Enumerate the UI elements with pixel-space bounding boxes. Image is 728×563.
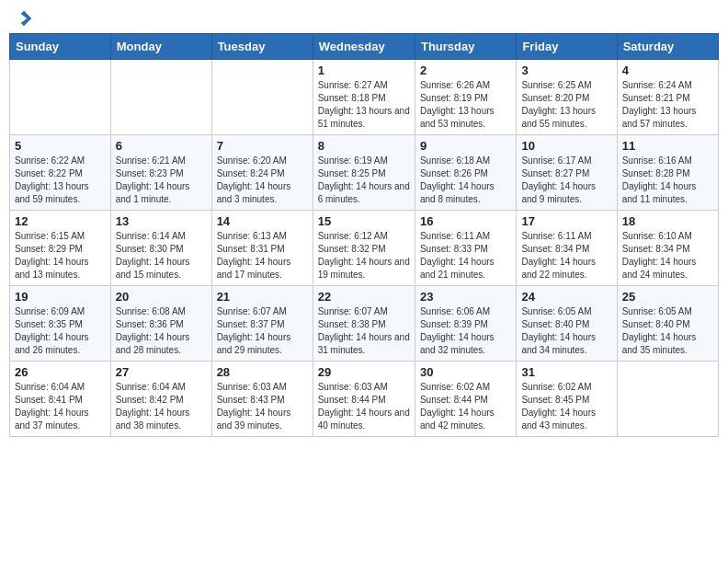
calendar-table: SundayMondayTuesdayWednesdayThursdayFrid… <box>9 33 719 437</box>
calendar-cell: 3Sunrise: 6:25 AMSunset: 8:20 PMDaylight… <box>517 60 617 135</box>
day-info: Sunrise: 6:02 AMSunset: 8:45 PMDaylight:… <box>521 381 611 432</box>
calendar-cell: 29Sunrise: 6:03 AMSunset: 8:44 PMDayligh… <box>313 362 415 437</box>
calendar-day-header: Thursday <box>415 34 516 60</box>
day-info: Sunrise: 6:07 AMSunset: 8:38 PMDaylight:… <box>318 305 410 357</box>
day-number: 21 <box>217 290 308 304</box>
calendar-cell: 24Sunrise: 6:05 AMSunset: 8:40 PMDayligh… <box>517 286 617 362</box>
day-info: Sunrise: 6:15 AMSunset: 8:29 PMDaylight:… <box>15 230 106 282</box>
day-info: Sunrise: 6:05 AMSunset: 8:40 PMDaylight:… <box>622 305 713 357</box>
day-number: 7 <box>217 139 308 153</box>
calendar-day-header: Tuesday <box>211 34 313 60</box>
day-info: Sunrise: 6:07 AMSunset: 8:37 PMDaylight:… <box>217 305 308 357</box>
calendar-cell: 12Sunrise: 6:15 AMSunset: 8:29 PMDayligh… <box>10 211 111 286</box>
day-number: 29 <box>318 365 410 379</box>
calendar-day-header: Wednesday <box>313 34 415 60</box>
day-info: Sunrise: 6:21 AMSunset: 8:23 PMDaylight:… <box>116 155 207 206</box>
calendar-cell: 6Sunrise: 6:21 AMSunset: 8:23 PMDaylight… <box>110 135 211 211</box>
calendar-week-row: 12Sunrise: 6:15 AMSunset: 8:29 PMDayligh… <box>10 211 719 286</box>
day-number: 15 <box>318 214 410 228</box>
day-info: Sunrise: 6:04 AMSunset: 8:42 PMDaylight:… <box>116 381 207 432</box>
calendar-header-row: SundayMondayTuesdayWednesdayThursdayFrid… <box>10 34 719 60</box>
day-number: 30 <box>420 365 511 379</box>
calendar-cell: 9Sunrise: 6:18 AMSunset: 8:26 PMDaylight… <box>415 135 516 211</box>
calendar-cell: 4Sunrise: 6:24 AMSunset: 8:21 PMDaylight… <box>617 60 718 135</box>
calendar-cell: 14Sunrise: 6:13 AMSunset: 8:31 PMDayligh… <box>211 211 313 286</box>
day-number: 4 <box>622 63 713 77</box>
day-number: 16 <box>420 214 511 228</box>
day-info: Sunrise: 6:26 AMSunset: 8:19 PMDaylight:… <box>420 79 511 131</box>
day-info: Sunrise: 6:03 AMSunset: 8:44 PMDaylight:… <box>318 381 410 432</box>
day-info: Sunrise: 6:25 AMSunset: 8:20 PMDaylight:… <box>521 79 611 131</box>
calendar-day-header: Saturday <box>617 34 718 60</box>
day-info: Sunrise: 6:06 AMSunset: 8:39 PMDaylight:… <box>420 305 511 357</box>
day-info: Sunrise: 6:08 AMSunset: 8:36 PMDaylight:… <box>116 305 207 357</box>
day-info: Sunrise: 6:24 AMSunset: 8:21 PMDaylight:… <box>622 79 713 131</box>
calendar-cell: 23Sunrise: 6:06 AMSunset: 8:39 PMDayligh… <box>415 286 516 362</box>
day-number: 8 <box>318 139 410 153</box>
calendar-cell: 20Sunrise: 6:08 AMSunset: 8:36 PMDayligh… <box>110 286 211 362</box>
day-info: Sunrise: 6:04 AMSunset: 8:41 PMDaylight:… <box>15 381 106 432</box>
calendar-cell: 11Sunrise: 6:16 AMSunset: 8:28 PMDayligh… <box>617 135 718 211</box>
calendar-day-header: Friday <box>517 34 617 60</box>
day-number: 6 <box>116 139 207 153</box>
day-number: 31 <box>521 365 611 379</box>
day-number: 26 <box>15 365 106 379</box>
calendar-cell: 21Sunrise: 6:07 AMSunset: 8:37 PMDayligh… <box>211 286 313 362</box>
calendar-cell: 30Sunrise: 6:02 AMSunset: 8:44 PMDayligh… <box>415 362 516 437</box>
calendar-cell: 16Sunrise: 6:11 AMSunset: 8:33 PMDayligh… <box>415 211 516 286</box>
day-number: 5 <box>15 139 106 153</box>
day-number: 19 <box>15 290 106 304</box>
calendar-cell: 18Sunrise: 6:10 AMSunset: 8:34 PMDayligh… <box>617 211 718 286</box>
day-info: Sunrise: 6:10 AMSunset: 8:34 PMDaylight:… <box>622 230 713 282</box>
calendar-cell: 22Sunrise: 6:07 AMSunset: 8:38 PMDayligh… <box>313 286 415 362</box>
calendar-cell: 2Sunrise: 6:26 AMSunset: 8:19 PMDaylight… <box>415 60 516 135</box>
day-info: Sunrise: 6:18 AMSunset: 8:26 PMDaylight:… <box>420 155 511 206</box>
day-number: 28 <box>217 365 308 379</box>
calendar-cell: 1Sunrise: 6:27 AMSunset: 8:18 PMDaylight… <box>313 60 415 135</box>
day-number: 27 <box>116 365 207 379</box>
day-number: 9 <box>420 139 511 153</box>
page-header <box>9 9 719 28</box>
calendar-cell: 26Sunrise: 6:04 AMSunset: 8:41 PMDayligh… <box>10 362 111 437</box>
day-number: 23 <box>420 290 511 304</box>
calendar-cell: 7Sunrise: 6:20 AMSunset: 8:24 PMDaylight… <box>211 135 313 211</box>
calendar-cell: 25Sunrise: 6:05 AMSunset: 8:40 PMDayligh… <box>617 286 718 362</box>
day-number: 12 <box>15 214 106 228</box>
day-info: Sunrise: 6:27 AMSunset: 8:18 PMDaylight:… <box>318 79 410 131</box>
day-number: 13 <box>116 214 207 228</box>
day-info: Sunrise: 6:22 AMSunset: 8:22 PMDaylight:… <box>15 155 106 206</box>
day-number: 11 <box>622 139 713 153</box>
calendar-cell: 19Sunrise: 6:09 AMSunset: 8:35 PMDayligh… <box>10 286 111 362</box>
day-number: 18 <box>622 214 713 228</box>
calendar-week-row: 5Sunrise: 6:22 AMSunset: 8:22 PMDaylight… <box>10 135 719 211</box>
day-info: Sunrise: 6:11 AMSunset: 8:34 PMDaylight:… <box>521 230 611 282</box>
day-info: Sunrise: 6:19 AMSunset: 8:25 PMDaylight:… <box>318 155 410 206</box>
day-info: Sunrise: 6:05 AMSunset: 8:40 PMDaylight:… <box>521 305 611 357</box>
calendar-cell <box>10 60 111 135</box>
day-info: Sunrise: 6:02 AMSunset: 8:44 PMDaylight:… <box>420 381 511 432</box>
calendar-week-row: 26Sunrise: 6:04 AMSunset: 8:41 PMDayligh… <box>10 362 719 437</box>
day-number: 17 <box>521 214 611 228</box>
calendar-cell: 8Sunrise: 6:19 AMSunset: 8:25 PMDaylight… <box>313 135 415 211</box>
calendar-cell: 10Sunrise: 6:17 AMSunset: 8:27 PMDayligh… <box>517 135 617 211</box>
calendar-cell: 15Sunrise: 6:12 AMSunset: 8:32 PMDayligh… <box>313 211 415 286</box>
day-info: Sunrise: 6:16 AMSunset: 8:28 PMDaylight:… <box>622 155 713 206</box>
calendar-cell: 28Sunrise: 6:03 AMSunset: 8:43 PMDayligh… <box>211 362 313 437</box>
day-number: 10 <box>521 139 611 153</box>
day-info: Sunrise: 6:17 AMSunset: 8:27 PMDaylight:… <box>521 155 611 206</box>
day-number: 1 <box>318 63 410 77</box>
day-number: 3 <box>521 63 611 77</box>
calendar-cell: 5Sunrise: 6:22 AMSunset: 8:22 PMDaylight… <box>10 135 111 211</box>
calendar-day-header: Sunday <box>10 34 111 60</box>
calendar-cell <box>617 362 718 437</box>
calendar-day-header: Monday <box>110 34 211 60</box>
day-number: 25 <box>622 290 713 304</box>
day-number: 20 <box>116 290 207 304</box>
calendar-cell: 31Sunrise: 6:02 AMSunset: 8:45 PMDayligh… <box>517 362 617 437</box>
calendar-cell <box>211 60 313 135</box>
calendar-cell: 17Sunrise: 6:11 AMSunset: 8:34 PMDayligh… <box>517 211 617 286</box>
day-info: Sunrise: 6:13 AMSunset: 8:31 PMDaylight:… <box>217 230 308 282</box>
day-number: 22 <box>318 290 410 304</box>
day-number: 2 <box>420 63 511 77</box>
day-info: Sunrise: 6:20 AMSunset: 8:24 PMDaylight:… <box>217 155 308 206</box>
